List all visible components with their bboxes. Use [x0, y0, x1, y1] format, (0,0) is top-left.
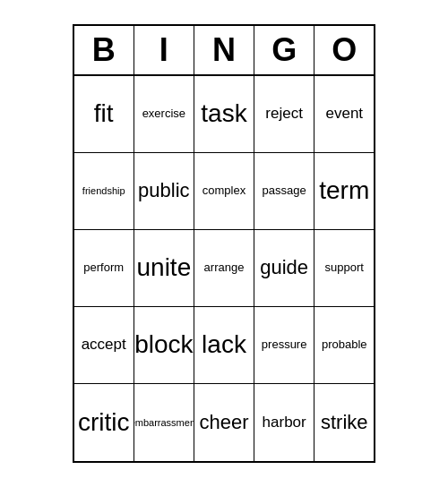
- bingo-board: BINGO fitexercisetaskrejecteventfriendsh…: [73, 24, 376, 463]
- cell-text-1-0: friendship: [82, 185, 125, 196]
- cell-text-0-0: fit: [94, 100, 114, 128]
- cell-text-3-4: probable: [322, 338, 367, 351]
- cell-text-2-3: guide: [260, 257, 308, 278]
- header-letter-B: B: [74, 26, 134, 76]
- header-letter-I: I: [134, 26, 194, 76]
- cell-text-4-2: cheer: [199, 412, 248, 433]
- cell-text-4-0: critic: [78, 409, 130, 437]
- bingo-cell-0-3: reject: [254, 76, 314, 153]
- cell-text-4-4: strike: [321, 412, 368, 433]
- cell-text-3-3: pressure: [262, 338, 307, 351]
- bingo-cell-4-3: harbor: [254, 384, 314, 461]
- bingo-cell-0-1: exercise: [134, 76, 194, 153]
- cell-text-4-3: harbor: [263, 414, 306, 431]
- cell-text-2-0: perform: [83, 261, 124, 274]
- bingo-cell-0-0: fit: [74, 76, 134, 153]
- cell-text-1-2: complex: [202, 184, 246, 197]
- bingo-cell-4-2: cheer: [194, 384, 254, 461]
- bingo-grid: fitexercisetaskrejecteventfriendshippubl…: [74, 76, 375, 461]
- cell-text-3-0: accept: [82, 337, 126, 354]
- header-letter-N: N: [194, 26, 254, 76]
- bingo-row-1: friendshippubliccomplexpassageterm: [74, 153, 375, 230]
- cell-text-3-2: lack: [202, 331, 246, 359]
- bingo-row-2: performunitearrangeguidesupport: [74, 230, 375, 307]
- bingo-cell-1-2: complex: [194, 153, 254, 230]
- bingo-row-4: criticembarrassmentcheerharborstrike: [74, 384, 375, 461]
- bingo-cell-0-4: event: [314, 76, 374, 153]
- bingo-cell-0-2: task: [194, 76, 254, 153]
- bingo-row-3: acceptblocklackpressureprobable: [74, 307, 375, 384]
- bingo-cell-1-1: public: [134, 153, 194, 230]
- cell-text-2-1: unite: [137, 254, 192, 282]
- bingo-cell-3-1: block: [134, 307, 194, 384]
- cell-text-0-4: event: [325, 106, 363, 123]
- bingo-cell-3-3: pressure: [254, 307, 314, 384]
- cell-text-1-3: passage: [263, 184, 306, 197]
- bingo-header: BINGO: [74, 26, 375, 76]
- cell-text-2-4: support: [325, 261, 364, 274]
- cell-text-0-3: reject: [265, 106, 303, 123]
- cell-text-1-4: term: [319, 177, 369, 205]
- bingo-cell-2-0: perform: [74, 230, 134, 307]
- header-letter-O: O: [314, 26, 374, 76]
- cell-text-4-1: embarrassment: [134, 417, 194, 428]
- bingo-cell-2-4: support: [314, 230, 374, 307]
- cell-text-3-1: block: [134, 331, 193, 359]
- bingo-cell-4-1: embarrassment: [134, 384, 194, 461]
- bingo-cell-1-4: term: [314, 153, 374, 230]
- bingo-cell-3-0: accept: [74, 307, 134, 384]
- bingo-cell-1-0: friendship: [74, 153, 134, 230]
- cell-text-0-1: exercise: [142, 107, 185, 120]
- cell-text-2-2: arrange: [204, 261, 245, 274]
- bingo-row-0: fitexercisetaskrejectevent: [74, 76, 375, 153]
- bingo-cell-4-4: strike: [314, 384, 374, 461]
- cell-text-0-2: task: [201, 100, 246, 128]
- cell-text-1-1: public: [138, 180, 189, 201]
- bingo-cell-3-4: probable: [314, 307, 374, 384]
- bingo-cell-1-3: passage: [254, 153, 314, 230]
- bingo-cell-2-3: guide: [254, 230, 314, 307]
- bingo-cell-2-2: arrange: [194, 230, 254, 307]
- bingo-cell-3-2: lack: [194, 307, 254, 384]
- bingo-cell-4-0: critic: [74, 384, 134, 461]
- bingo-cell-2-1: unite: [134, 230, 194, 307]
- header-letter-G: G: [254, 26, 314, 76]
